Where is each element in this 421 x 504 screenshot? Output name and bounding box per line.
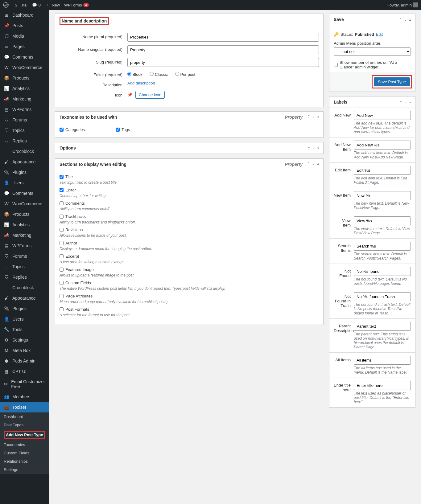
- sidebar-item-crocoblock[interactable]: Crocoblock: [0, 282, 49, 293]
- sidebar-item-woocommerce[interactable]: WWooCommerce: [0, 199, 49, 209]
- collapse-icon[interactable]: ▴: [317, 162, 319, 167]
- sidebar-item-marketing[interactable]: 📣Marketing: [0, 94, 49, 104]
- comments-link[interactable]: 💬0: [32, 2, 41, 8]
- sidebar-item-posts[interactable]: 📌Posts: [0, 20, 49, 31]
- account-link[interactable]: Howdy, admin: [387, 2, 418, 7]
- label-field-input[interactable]: [354, 166, 411, 175]
- label-field-input[interactable]: [354, 216, 411, 225]
- chevron-up-icon[interactable]: ⌃: [307, 115, 310, 120]
- collapse-icon[interactable]: ▴: [409, 18, 411, 21]
- submenu-item-post-types[interactable]: Post Types: [0, 421, 49, 429]
- taxonomy-categories[interactable]: Categories: [60, 127, 85, 132]
- sidebar-item-forums[interactable]: 🗨Forums: [0, 115, 49, 125]
- sidebar-item-topics[interactable]: 🗨Topics: [0, 125, 49, 136]
- section-editor[interactable]: Editor: [60, 188, 319, 192]
- submenu-item-settings[interactable]: Settings: [0, 465, 49, 474]
- label-field-input[interactable]: [354, 356, 411, 365]
- sidebar-item-appearance[interactable]: 🖌Appearance: [0, 157, 49, 167]
- chevron-up-icon[interactable]: ⌃: [307, 162, 310, 167]
- section-excerpt[interactable]: Excerpt: [60, 254, 319, 259]
- wpforms-bar[interactable]: WPForms 4: [64, 3, 89, 7]
- chevron-down-icon[interactable]: ⌄: [312, 146, 315, 150]
- chevron-down-icon[interactable]: ⌄: [312, 115, 315, 120]
- sidebar-item-plugins[interactable]: 🔌Plugins: [0, 303, 49, 314]
- save-post-type-button[interactable]: Save Post Type: [374, 77, 410, 86]
- section-featured-image[interactable]: Featured Image: [60, 267, 319, 272]
- sidebar-item-users[interactable]: 👤Users: [0, 314, 49, 324]
- menu-position-select[interactable]: --- not set ---: [334, 47, 411, 56]
- at-a-glance-checkbox[interactable]: [334, 63, 338, 67]
- chevron-down-icon[interactable]: ⌄: [312, 162, 315, 167]
- sidebar-item-forums[interactable]: 🗨Forums: [0, 251, 49, 261]
- sidebar-item-dashboard[interactable]: ⊞Dashboard: [0, 10, 49, 20]
- change-icon-button[interactable]: Change icon: [135, 91, 165, 99]
- collapse-icon[interactable]: ▴: [317, 115, 319, 120]
- edit-status-link[interactable]: Edit: [376, 32, 383, 37]
- sidebar-item-marketing[interactable]: 📣Marketing: [0, 230, 49, 240]
- submenu-item-taxonomies[interactable]: Taxonomies: [0, 440, 49, 449]
- section-comments[interactable]: Comments: [60, 201, 319, 206]
- label-field-input[interactable]: [354, 111, 411, 120]
- sidebar-item-analytics[interactable]: 📊Analytics: [0, 83, 49, 94]
- section-author[interactable]: Author: [60, 241, 319, 245]
- collapse-icon[interactable]: ▴: [409, 100, 411, 104]
- sidebar-item-comments[interactable]: 💬Comments: [0, 52, 49, 62]
- section-custom-fields[interactable]: Custom Fields: [60, 281, 319, 285]
- sidebar-item-products[interactable]: 📦Products: [0, 73, 49, 83]
- name-singular-input[interactable]: [127, 45, 319, 54]
- section-title[interactable]: Title: [60, 174, 319, 179]
- submenu-item-custom-fields[interactable]: Custom Fields: [0, 449, 49, 457]
- add-description-link[interactable]: Add description: [127, 81, 155, 85]
- sidebar-item-products[interactable]: 📦Products: [0, 209, 49, 219]
- label-field-input[interactable]: [354, 141, 411, 150]
- label-field-input[interactable]: [354, 242, 411, 251]
- submenu-item-relationships[interactable]: Relationships: [0, 457, 49, 465]
- wp-logo[interactable]: [3, 2, 9, 8]
- sidebar-item-wpforms[interactable]: ▤WPForms: [0, 104, 49, 115]
- sidebar-item-crocoblock[interactable]: Crocoblock: [0, 146, 49, 157]
- sidebar-item-replies[interactable]: 🗨Replies: [0, 136, 49, 146]
- sidebar-item-members[interactable]: 👥Members: [0, 391, 49, 402]
- submenu-item-dashboard[interactable]: Dashboard: [0, 412, 49, 421]
- chevron-down-icon[interactable]: ⌄: [404, 100, 407, 104]
- site-link[interactable]: ⌂Trial: [13, 2, 27, 8]
- chevron-down-icon[interactable]: ⌄: [404, 18, 407, 21]
- chevron-up-icon[interactable]: ⌃: [399, 18, 402, 21]
- sidebar-item-plugins[interactable]: 🔌Plugins: [0, 167, 49, 178]
- sidebar-item-comments[interactable]: 💬Comments: [0, 188, 49, 199]
- sidebar-item-tools[interactable]: 🔧Tools: [0, 324, 49, 335]
- section-revisions[interactable]: Revisions: [60, 227, 319, 232]
- sidebar-item-settings[interactable]: ⚙Settings: [0, 335, 49, 345]
- label-field-input[interactable]: [354, 381, 411, 390]
- editor-radio-block[interactable]: Block: [127, 72, 142, 77]
- new-content[interactable]: +New: [45, 2, 60, 8]
- editor-radio-classic[interactable]: Classic: [150, 72, 168, 77]
- sidebar-item-toolset[interactable]: 💼Toolset: [0, 402, 49, 412]
- section-trackbacks[interactable]: Trackbacks: [60, 214, 319, 219]
- editor-radio-per-post[interactable]: Per post: [175, 72, 195, 77]
- sidebar-item-pages[interactable]: ▭Pages: [0, 41, 49, 52]
- sidebar-item-cpt-ui[interactable]: ▦CPT UI: [0, 366, 49, 377]
- chevron-up-icon[interactable]: ⌃: [307, 146, 310, 150]
- sidebar-item-appearance[interactable]: 🖌Appearance: [0, 293, 49, 303]
- label-field-input[interactable]: [354, 292, 411, 301]
- label-field-input[interactable]: [354, 191, 411, 200]
- chevron-up-icon[interactable]: ⌃: [399, 100, 402, 104]
- sidebar-item-media[interactable]: 🎵Media: [0, 31, 49, 41]
- sidebar-item-topics[interactable]: 🗨Topics: [0, 261, 49, 272]
- section-page-attributes[interactable]: Page Attributes: [60, 294, 319, 298]
- sidebar-item-pods-admin[interactable]: ⬢Pods Admin: [0, 356, 49, 366]
- sidebar-item-users[interactable]: 👤Users: [0, 178, 49, 188]
- name-plural-input[interactable]: [127, 33, 319, 42]
- sidebar-item-email-customizer-free[interactable]: ✉Email Customizer Free: [0, 377, 49, 391]
- label-field-input[interactable]: [354, 267, 411, 276]
- label-field-input[interactable]: [354, 322, 411, 331]
- slug-input[interactable]: [127, 58, 319, 67]
- sidebar-item-replies[interactable]: 🗨Replies: [0, 272, 49, 282]
- expand-icon[interactable]: ▾: [317, 146, 319, 150]
- section-post-formats[interactable]: Post Formats: [60, 307, 319, 312]
- sidebar-item-meta-box[interactable]: MMeta Box: [0, 345, 49, 356]
- sidebar-item-woocommerce[interactable]: WWooCommerce: [0, 62, 49, 73]
- sidebar-item-analytics[interactable]: 📊Analytics: [0, 219, 49, 230]
- submenu-item-add-new-post-type[interactable]: Add New Post Type: [0, 429, 49, 440]
